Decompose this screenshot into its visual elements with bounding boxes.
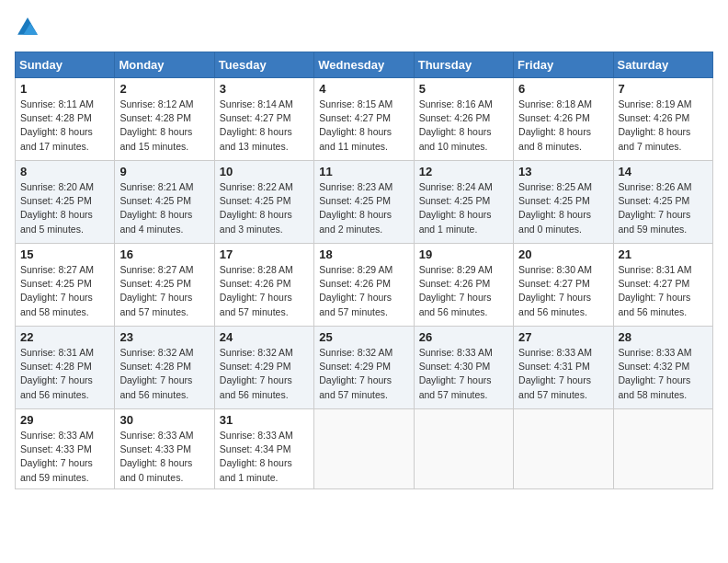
sunrise-label: Sunrise: 8:33 AM <box>119 430 193 441</box>
daylight-label: Daylight: 8 hours and 17 minutes. <box>20 126 93 151</box>
day-number: 23 <box>119 330 209 344</box>
sunset-label: Sunset: 4:29 PM <box>220 361 291 372</box>
sunrise-label: Sunrise: 8:22 AM <box>220 181 293 192</box>
sunrise-label: Sunrise: 8:26 AM <box>619 181 692 192</box>
sunset-label: Sunset: 4:25 PM <box>518 195 590 206</box>
day-number: 19 <box>419 247 508 261</box>
sunrise-label: Sunrise: 8:29 AM <box>319 264 392 275</box>
day-number: 16 <box>119 247 209 261</box>
sunrise-label: Sunrise: 8:31 AM <box>20 347 94 358</box>
sunrise-label: Sunrise: 8:33 AM <box>619 347 692 358</box>
day-number: 11 <box>319 165 408 178</box>
calendar-cell <box>514 409 613 489</box>
day-info: Sunrise: 8:24 AM Sunset: 4:25 PM Dayligh… <box>419 180 508 236</box>
sunset-label: Sunset: 4:27 PM <box>319 112 391 123</box>
calendar-cell: 14 Sunrise: 8:26 AM Sunset: 4:25 PM Dayl… <box>613 161 712 244</box>
calendar-cell: 2 Sunrise: 8:12 AM Sunset: 4:28 PM Dayli… <box>115 78 214 161</box>
day-info: Sunrise: 8:27 AM Sunset: 4:25 PM Dayligh… <box>119 263 209 319</box>
daylight-label: Daylight: 7 hours and 56 minutes. <box>619 292 691 316</box>
sunrise-label: Sunrise: 8:16 AM <box>419 98 493 109</box>
sunrise-label: Sunrise: 8:30 AM <box>518 264 592 275</box>
calendar-cell: 17 Sunrise: 8:28 AM Sunset: 4:26 PM Dayl… <box>214 244 313 327</box>
sunset-label: Sunset: 4:28 PM <box>119 361 191 372</box>
day-info: Sunrise: 8:22 AM Sunset: 4:25 PM Dayligh… <box>220 180 309 236</box>
day-number: 29 <box>20 413 109 427</box>
day-number: 26 <box>419 330 508 344</box>
sunrise-label: Sunrise: 8:32 AM <box>319 347 392 358</box>
weekday-header-thursday: Thursday <box>414 52 513 78</box>
day-number: 25 <box>319 330 408 344</box>
calendar-cell: 23 Sunrise: 8:32 AM Sunset: 4:28 PM Dayl… <box>115 327 214 409</box>
daylight-label: Daylight: 8 hours and 2 minutes. <box>319 209 392 234</box>
sunset-label: Sunset: 4:27 PM <box>619 278 690 289</box>
day-info: Sunrise: 8:32 AM Sunset: 4:29 PM Dayligh… <box>220 346 309 402</box>
day-number: 2 <box>119 82 209 96</box>
sunset-label: Sunset: 4:25 PM <box>419 195 491 206</box>
sunrise-label: Sunrise: 8:24 AM <box>419 181 493 192</box>
daylight-label: Daylight: 7 hours and 57 minutes. <box>518 374 591 399</box>
daylight-label: Daylight: 8 hours and 1 minute. <box>220 457 292 482</box>
sunrise-label: Sunrise: 8:31 AM <box>619 264 692 275</box>
calendar-cell: 22 Sunrise: 8:31 AM Sunset: 4:28 PM Dayl… <box>16 327 115 409</box>
day-number: 13 <box>518 165 608 178</box>
day-info: Sunrise: 8:23 AM Sunset: 4:25 PM Dayligh… <box>319 180 408 236</box>
sunrise-label: Sunrise: 8:33 AM <box>220 430 293 441</box>
sunset-label: Sunset: 4:27 PM <box>518 278 590 289</box>
weekday-header-monday: Monday <box>115 52 214 78</box>
day-number: 8 <box>20 165 109 178</box>
daylight-label: Daylight: 8 hours and 11 minutes. <box>319 126 392 151</box>
sunrise-label: Sunrise: 8:32 AM <box>119 347 193 358</box>
day-number: 18 <box>319 247 408 261</box>
daylight-label: Daylight: 8 hours and 5 minutes. <box>20 209 93 234</box>
day-number: 14 <box>619 165 708 178</box>
sunrise-label: Sunrise: 8:14 AM <box>220 98 293 109</box>
calendar-table: SundayMondayTuesdayWednesdayThursdayFrid… <box>15 52 713 489</box>
sunset-label: Sunset: 4:31 PM <box>518 361 590 372</box>
calendar-cell: 5 Sunrise: 8:16 AM Sunset: 4:26 PM Dayli… <box>414 78 513 161</box>
sunrise-label: Sunrise: 8:33 AM <box>518 347 592 358</box>
daylight-label: Daylight: 8 hours and 0 minutes. <box>119 457 192 482</box>
sunset-label: Sunset: 4:30 PM <box>419 361 491 372</box>
sunset-label: Sunset: 4:34 PM <box>220 443 291 454</box>
calendar-cell: 9 Sunrise: 8:21 AM Sunset: 4:25 PM Dayli… <box>115 161 214 244</box>
daylight-label: Daylight: 8 hours and 13 minutes. <box>220 126 292 151</box>
sunrise-label: Sunrise: 8:18 AM <box>518 98 592 109</box>
calendar-cell: 4 Sunrise: 8:15 AM Sunset: 4:27 PM Dayli… <box>314 78 414 161</box>
calendar-week-row: 8 Sunrise: 8:20 AM Sunset: 4:25 PM Dayli… <box>16 161 713 244</box>
day-number: 7 <box>619 82 708 96</box>
weekday-header-saturday: Saturday <box>613 52 712 78</box>
weekday-header-row: SundayMondayTuesdayWednesdayThursdayFrid… <box>16 52 713 78</box>
day-info: Sunrise: 8:29 AM Sunset: 4:26 PM Dayligh… <box>319 263 408 319</box>
sunrise-label: Sunrise: 8:28 AM <box>220 264 293 275</box>
day-number: 27 <box>518 330 608 344</box>
day-info: Sunrise: 8:33 AM Sunset: 4:34 PM Dayligh… <box>220 429 309 485</box>
sunset-label: Sunset: 4:26 PM <box>419 278 491 289</box>
day-info: Sunrise: 8:32 AM Sunset: 4:28 PM Dayligh… <box>119 346 209 402</box>
daylight-label: Daylight: 7 hours and 59 minutes. <box>619 209 691 234</box>
weekday-header-friday: Friday <box>514 52 613 78</box>
day-info: Sunrise: 8:28 AM Sunset: 4:26 PM Dayligh… <box>220 263 309 319</box>
daylight-label: Daylight: 7 hours and 57 minutes. <box>419 374 492 399</box>
sunset-label: Sunset: 4:26 PM <box>319 278 391 289</box>
day-number: 21 <box>619 247 708 261</box>
day-number: 12 <box>419 165 508 178</box>
calendar-cell: 31 Sunrise: 8:33 AM Sunset: 4:34 PM Dayl… <box>214 409 313 489</box>
daylight-label: Daylight: 7 hours and 57 minutes. <box>119 292 192 316</box>
sunset-label: Sunset: 4:27 PM <box>220 112 291 123</box>
day-info: Sunrise: 8:32 AM Sunset: 4:29 PM Dayligh… <box>319 346 408 402</box>
day-info: Sunrise: 8:12 AM Sunset: 4:28 PM Dayligh… <box>119 98 209 154</box>
day-number: 30 <box>119 413 209 427</box>
daylight-label: Daylight: 8 hours and 0 minutes. <box>518 209 591 234</box>
day-number: 10 <box>220 165 309 178</box>
day-info: Sunrise: 8:25 AM Sunset: 4:25 PM Dayligh… <box>518 180 608 236</box>
daylight-label: Daylight: 7 hours and 57 minutes. <box>220 292 292 316</box>
day-info: Sunrise: 8:27 AM Sunset: 4:25 PM Dayligh… <box>20 263 109 319</box>
day-info: Sunrise: 8:11 AM Sunset: 4:28 PM Dayligh… <box>20 98 109 154</box>
calendar-week-row: 15 Sunrise: 8:27 AM Sunset: 4:25 PM Dayl… <box>16 244 713 327</box>
sunrise-label: Sunrise: 8:11 AM <box>20 98 94 109</box>
daylight-label: Daylight: 8 hours and 10 minutes. <box>419 126 492 151</box>
sunrise-label: Sunrise: 8:20 AM <box>20 181 94 192</box>
day-number: 24 <box>220 330 309 344</box>
calendar-cell: 6 Sunrise: 8:18 AM Sunset: 4:26 PM Dayli… <box>514 78 613 161</box>
sunset-label: Sunset: 4:26 PM <box>419 112 491 123</box>
